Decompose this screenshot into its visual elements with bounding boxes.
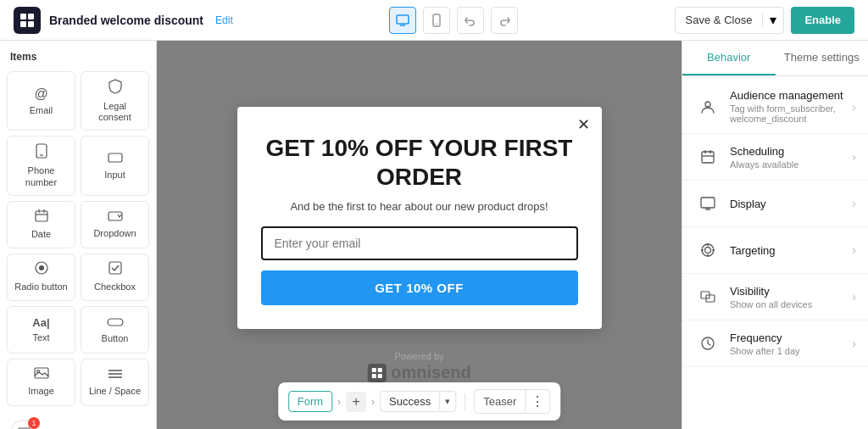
audience-icon xyxy=(694,93,721,120)
desktop-view-button[interactable] xyxy=(389,7,416,34)
sidebar-item-line-space[interactable]: Line / Space xyxy=(81,359,149,406)
targeting-icon xyxy=(694,237,721,264)
sidebar-email-label: Email xyxy=(30,105,53,116)
right-item-visibility[interactable]: Visibility Show on all devices › xyxy=(682,274,868,320)
visibility-arrow: › xyxy=(852,290,856,304)
enable-button[interactable]: Enable xyxy=(791,7,854,34)
tab-theme-settings[interactable]: Theme settings xyxy=(776,41,869,75)
popup-subtext: And be the first to hear about our new p… xyxy=(261,200,578,213)
sidebar-item-button[interactable]: Button xyxy=(81,306,149,354)
right-item-frequency[interactable]: Frequency Show after 1 day › xyxy=(682,320,868,367)
form-tab-button[interactable]: Form xyxy=(288,391,332,412)
sidebar-legal-label: Legal consent xyxy=(86,101,143,123)
audience-content: Audience management Tag with form_subscr… xyxy=(730,89,852,124)
svg-rect-27 xyxy=(371,374,376,378)
right-panel: Behavior Theme settings Audience managem… xyxy=(682,41,868,429)
powered-by-text: Powered by xyxy=(367,351,470,361)
legal-consent-icon xyxy=(108,79,122,98)
sidebar-item-phone[interactable]: Phone number xyxy=(7,136,75,195)
sidebar-item-checkbox[interactable]: Checkbox xyxy=(81,254,149,301)
visibility-subtitle: Show on all devices xyxy=(730,299,852,309)
sidebar-item-image[interactable]: Image xyxy=(7,359,75,406)
svg-point-7 xyxy=(436,23,437,25)
image-icon xyxy=(34,367,49,382)
tab-behavior[interactable]: Behavior xyxy=(682,41,776,75)
input-icon xyxy=(108,151,123,166)
checkbox-icon xyxy=(108,261,122,278)
right-item-scheduling[interactable]: Scheduling Always available › xyxy=(682,134,868,181)
redo-button[interactable] xyxy=(491,7,518,34)
svg-point-29 xyxy=(705,102,710,107)
right-item-targeting[interactable]: Targeting › xyxy=(682,227,868,274)
arrow-2: › xyxy=(371,396,375,408)
svg-rect-3 xyxy=(28,21,34,27)
svg-point-38 xyxy=(705,248,711,254)
visibility-icon xyxy=(694,283,721,310)
right-panel-items: Audience management Tag with form_subscr… xyxy=(682,76,868,370)
brand-logo: omnisend xyxy=(367,363,470,382)
svg-rect-26 xyxy=(377,368,381,372)
sidebar: Items @ Email Legal consent Phone number xyxy=(0,41,157,429)
add-step-button[interactable]: + xyxy=(346,392,366,412)
mobile-view-button[interactable] xyxy=(423,7,450,34)
sidebar-item-legal-consent[interactable]: Legal consent xyxy=(81,71,149,131)
chat-button[interactable]: 1 xyxy=(10,420,37,429)
topbar-center xyxy=(389,7,518,34)
audience-arrow: › xyxy=(852,100,856,114)
sidebar-line-space-label: Line / Space xyxy=(89,386,141,397)
sidebar-item-dropdown[interactable]: Dropdown xyxy=(81,201,149,248)
topbar-left: Branded welcome discount Edit xyxy=(14,7,233,34)
display-arrow: › xyxy=(852,197,856,210)
edit-link[interactable]: Edit xyxy=(215,14,233,26)
svg-rect-1 xyxy=(28,14,34,20)
teaser-step: Teaser ⋮ xyxy=(474,389,550,414)
success-step: Success ▾ xyxy=(380,391,456,412)
undo-button[interactable] xyxy=(457,7,484,34)
scheduling-title: Scheduling xyxy=(730,145,852,158)
chat-notification-badge: 1 xyxy=(28,417,40,429)
right-item-audience[interactable]: Audience management Tag with form_subscr… xyxy=(682,80,868,134)
teaser-menu-dots[interactable]: ⋮ xyxy=(525,390,549,413)
svg-rect-20 xyxy=(35,368,48,378)
right-item-display[interactable]: Display › xyxy=(682,181,868,227)
email-icon: @ xyxy=(34,86,47,102)
sidebar-item-email[interactable]: @ Email xyxy=(7,71,75,131)
svg-rect-28 xyxy=(377,374,381,378)
cta-button[interactable]: GET 10% OFF xyxy=(261,270,578,305)
svg-rect-10 xyxy=(108,153,122,162)
sidebar-image-label: Image xyxy=(28,386,54,397)
sidebar-item-radio[interactable]: Radio button xyxy=(7,254,75,301)
scheduling-icon xyxy=(694,143,721,170)
svg-rect-11 xyxy=(36,211,47,221)
dropdown-icon xyxy=(108,209,123,225)
canvas-area: ✕ GET 10% OFF YOUR FIRST ORDER And be th… xyxy=(157,41,682,429)
sidebar-button-label: Button xyxy=(102,333,129,344)
audience-subtitle: Tag with form_subscriber, welcome_discou… xyxy=(730,103,852,124)
powered-by: Powered by omnisend xyxy=(367,351,470,382)
sidebar-phone-label: Phone number xyxy=(13,165,70,187)
button-icon xyxy=(107,315,124,330)
svg-rect-30 xyxy=(702,152,714,163)
phone-icon xyxy=(36,143,47,162)
popup-close-button[interactable]: ✕ xyxy=(577,115,590,134)
line-space-icon xyxy=(108,367,123,382)
display-icon xyxy=(694,190,721,217)
targeting-content: Targeting xyxy=(730,244,852,257)
save-close-dropdown-arrow[interactable]: ▾ xyxy=(763,12,783,28)
svg-rect-25 xyxy=(371,368,376,372)
sidebar-grid: @ Email Legal consent Phone number Inpu xyxy=(7,71,149,406)
sidebar-text-label: Text xyxy=(32,332,49,343)
teaser-label[interactable]: Teaser xyxy=(475,392,525,411)
success-label[interactable]: Success xyxy=(381,392,439,411)
svg-point-37 xyxy=(702,244,714,256)
sidebar-date-label: Date xyxy=(31,229,51,240)
email-input[interactable] xyxy=(261,226,578,260)
sidebar-item-input[interactable]: Input xyxy=(81,136,149,195)
sidebar-input-label: Input xyxy=(104,170,125,181)
popup-heading: GET 10% OFF YOUR FIRST ORDER xyxy=(261,134,578,191)
save-close-button[interactable]: Save & Close ▾ xyxy=(675,7,785,34)
sidebar-item-date[interactable]: Date xyxy=(7,201,75,248)
visibility-title: Visibility xyxy=(730,285,852,298)
success-dropdown-arrow[interactable]: ▾ xyxy=(439,393,455,410)
sidebar-item-text[interactable]: Aa| Text xyxy=(7,306,75,354)
